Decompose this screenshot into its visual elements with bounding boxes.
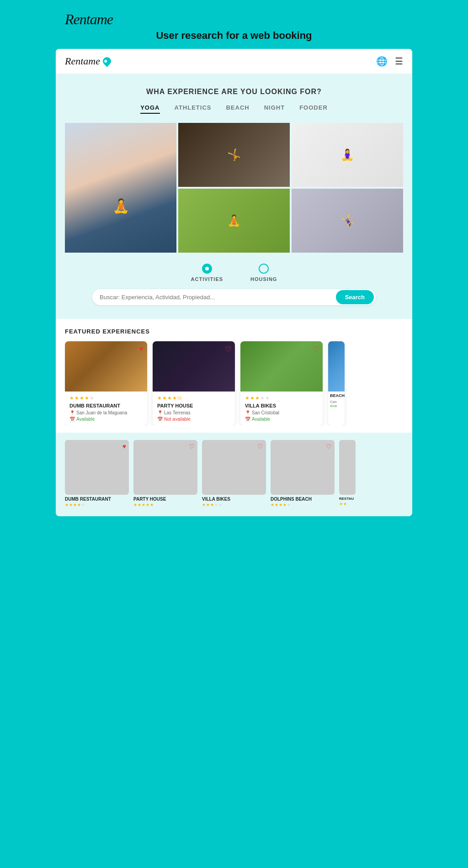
mini-fav-restaurant[interactable]: ♥: [122, 443, 126, 450]
card-location-beach: Can: [330, 400, 345, 404]
mini-img-party: ♡: [133, 440, 197, 495]
mini-name-restau: RESTAU: [339, 497, 356, 501]
card-name-bikes: VILLA BIKES: [245, 403, 318, 408]
mini-name-bikes: VILLA BIKES: [202, 497, 230, 502]
photo-yoga-wall: [292, 123, 403, 187]
card-img-bikes: ♡: [240, 341, 323, 392]
translate-icon[interactable]: 🌐: [376, 56, 388, 67]
location-text-restaurant: San Juan de la Maguana: [76, 410, 127, 415]
second-row-section: ♥ DUMB RESTAURANT ★ ★ ★ ★ ★ ♡: [56, 433, 412, 516]
star3: ★: [167, 395, 172, 401]
mini-img-restaurant: ♥: [65, 440, 129, 495]
tab-yoga[interactable]: YOGA: [140, 104, 160, 114]
star1: ★: [245, 395, 250, 401]
s4: ★: [283, 503, 287, 507]
mini-fav-bikes[interactable]: ♡: [257, 443, 263, 450]
card-info-party: ★ ★ ★ ★ ½ PARTY HOUSE 📍 Las Terrenas: [153, 392, 235, 425]
mini-stars-dolphins: ★ ★ ★ ★ ★: [271, 503, 291, 507]
mini-img-restau: [339, 440, 356, 495]
s1: ★: [202, 503, 206, 507]
card-img-restaurant: ♥: [65, 341, 147, 392]
app-container: Rentame 🌐 ☰ WHA EXPERIENCE ARE YOU LOOKI…: [56, 49, 412, 516]
card-avail-beach: Avai: [330, 404, 345, 408]
s5: ★: [287, 503, 291, 507]
tab-fooder[interactable]: FOODER: [299, 104, 328, 114]
search-bar: Search: [92, 289, 376, 305]
card-info-restaurant: ★ ★ ★ ★ ★ DUMB RESTAURANT 📍 San Juan de …: [65, 392, 147, 425]
home-icon: [101, 55, 112, 67]
tab-night[interactable]: NIGHT: [264, 104, 285, 114]
star4: ★: [260, 395, 265, 401]
card-villa-bikes: ♡ ★ ★ ★ ★ ★ VILLA BIKES 📍 Sa: [240, 341, 323, 425]
s4: ★: [77, 503, 81, 507]
mini-name-restaurant: DUMB RESTAURANT: [65, 497, 111, 502]
mini-fav-party[interactable]: ♡: [189, 443, 195, 450]
card-img-beach: [328, 341, 345, 392]
card-party-house: ♡ ★ ★ ★ ★ ½ PARTY HOUSE 📍 La: [153, 341, 235, 425]
nav-right: 🌐 ☰: [376, 56, 403, 67]
s2: ★: [343, 502, 347, 506]
nav-logo[interactable]: Rentame: [65, 55, 111, 67]
mini-card-party: ♡ PARTY HOUSE ★ ★ ★ ★ ★: [133, 440, 197, 507]
mini-img-dolphins: ♡: [271, 440, 335, 495]
card-availability-party: 📅 Not available: [157, 417, 230, 422]
card-name-beach: BEACH: [330, 393, 345, 398]
card-availability-bikes: 📅 Available: [245, 417, 318, 422]
radio-activities-circle: [202, 264, 212, 274]
favorite-icon-restaurant[interactable]: ♥: [139, 345, 144, 353]
radio-activities[interactable]: ACTIVITIES: [191, 264, 223, 282]
outer-logo: Rentame: [65, 11, 113, 28]
featured-title: FEATURED EXPERIENCES: [65, 328, 403, 335]
star1: ★: [157, 395, 162, 401]
search-input[interactable]: [100, 294, 336, 301]
mini-cards-row: ♥ DUMB RESTAURANT ★ ★ ★ ★ ★ ♡: [65, 440, 403, 507]
favorite-icon-bikes[interactable]: ♡: [313, 345, 319, 354]
s2: ★: [138, 503, 141, 507]
mini-name-dolphins: DOLPHINS BEACH: [271, 497, 312, 502]
tab-beach[interactable]: BEACH: [226, 104, 249, 114]
featured-section: FEATURED EXPERIENCES ♥ ★ ★ ★ ★ ★: [56, 319, 412, 433]
star4: ★: [85, 395, 89, 401]
location-icon: 📍: [157, 410, 163, 415]
mini-stars-party: ★ ★ ★ ★ ★: [133, 503, 154, 507]
calendar-icon: 📅: [69, 417, 75, 422]
tab-athletics[interactable]: ATHLETICS: [175, 104, 212, 114]
s5: ★: [218, 503, 222, 507]
menu-icon[interactable]: ☰: [395, 56, 403, 67]
star3: ★: [80, 395, 84, 401]
favorite-icon-party[interactable]: ♡: [225, 345, 231, 354]
mini-name-party: PARTY HOUSE: [133, 497, 166, 502]
mini-fav-dolphins[interactable]: ♡: [326, 443, 332, 450]
s4: ★: [214, 503, 218, 507]
star2: ★: [74, 395, 79, 401]
card-stars-restaurant: ★ ★ ★ ★ ★: [69, 395, 143, 401]
card-stars-bikes: ★ ★ ★ ★ ★: [245, 395, 318, 401]
s4: ★: [146, 503, 149, 507]
location-icon: 📍: [245, 410, 250, 415]
s1: ★: [271, 503, 274, 507]
experience-tabs: YOGA ATHLETICS BEACH NIGHT FOODER: [65, 104, 403, 114]
star4: ★: [172, 395, 177, 401]
photo-yoga-headstand: [292, 189, 403, 253]
card-stars-party: ★ ★ ★ ★ ½: [157, 395, 230, 401]
nav-logo-text: Rentame: [65, 55, 100, 67]
radio-housing-circle: [259, 264, 269, 274]
radio-housing-label: HOUSING: [250, 276, 277, 282]
mini-stars-restaurant: ★ ★ ★ ★ ★: [65, 503, 85, 507]
outer-subtitle: User research for a web booking: [65, 30, 403, 42]
avail-text-restaurant: Available: [76, 417, 95, 422]
radio-housing[interactable]: HOUSING: [250, 264, 277, 282]
navbar: Rentame 🌐 ☰: [56, 49, 412, 74]
photo-yoga-floor: [178, 123, 290, 187]
s5: ★: [150, 503, 154, 507]
photo-grid: [65, 123, 403, 253]
mini-card-restau-partial: RESTAU ★ ★: [339, 440, 356, 507]
avail-text-party: Not available: [164, 417, 191, 422]
card-availability-restaurant: 📅 Available: [69, 417, 143, 422]
s3: ★: [73, 503, 77, 507]
star1: ★: [69, 395, 74, 401]
calendar-icon: 📅: [245, 417, 250, 422]
search-button[interactable]: Search: [336, 290, 374, 304]
mini-stars-bikes: ★ ★ ★ ★ ★: [202, 503, 222, 507]
avail-text-bikes: Available: [252, 417, 270, 422]
